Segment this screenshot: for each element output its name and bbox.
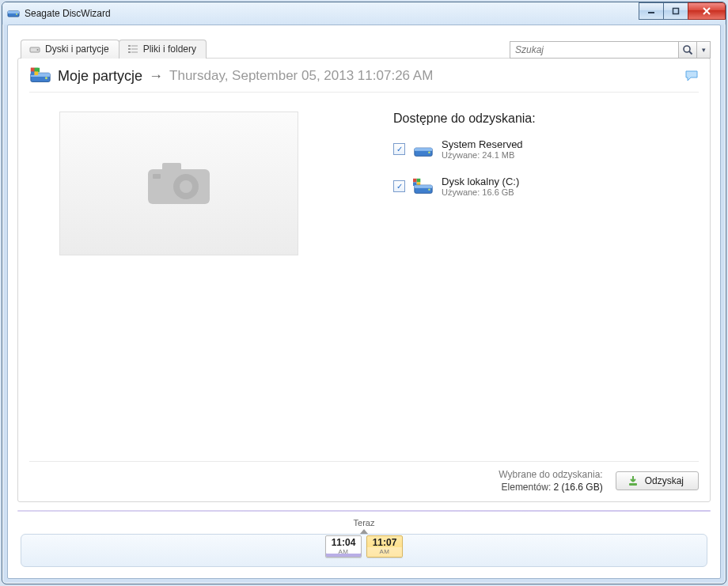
- client-area: Dyski i partycje Pliki i foldery: [7, 25, 721, 579]
- svg-rect-23: [31, 71, 35, 75]
- timeline-now-label: Teraz: [354, 518, 375, 527]
- minimize-button[interactable]: [639, 2, 664, 20]
- svg-rect-31: [415, 148, 432, 151]
- panel-footer: Wybrane do odzyskania: Elementów: 2 (16.…: [29, 461, 699, 493]
- svg-rect-34: [417, 178, 421, 182]
- search-button[interactable]: [678, 41, 697, 59]
- search-input[interactable]: [510, 41, 678, 59]
- svg-rect-1: [8, 11, 19, 13]
- partition-used: Używane: 24.1 MB: [442, 150, 523, 160]
- maximize-button[interactable]: [663, 2, 688, 20]
- timeline-point[interactable]: 11:07AM: [366, 535, 403, 558]
- backup-thumbnail[interactable]: [59, 112, 298, 255]
- partition-row: ✓System ReservedUżywane: 24.1 MB: [393, 138, 536, 160]
- svg-rect-12: [131, 51, 138, 53]
- svg-rect-3: [648, 12, 654, 13]
- search-dropdown-button[interactable]: ▾: [697, 41, 711, 59]
- partition-name: System Reserved: [442, 138, 523, 150]
- svg-line-14: [689, 51, 692, 55]
- comment-icon[interactable]: [684, 70, 699, 82]
- timeline-point[interactable]: 11:04AM: [325, 535, 362, 558]
- panel-header: Moje partycje → Thursday, September 05, …: [29, 66, 699, 93]
- search-box: ▾: [510, 41, 711, 59]
- elements-size: (16.6 GB): [562, 482, 603, 493]
- recover-button[interactable]: Odzyskaj: [616, 471, 699, 490]
- svg-rect-11: [128, 51, 131, 53]
- svg-rect-9: [128, 48, 131, 50]
- recoverable-list: Dostępne do odzyskania: ✓System Reserved…: [393, 112, 536, 461]
- title-bar: Seagate DiscWizard: [2, 2, 726, 25]
- partition-checkbox[interactable]: ✓: [393, 180, 405, 192]
- timeline-point-period: AM: [326, 547, 361, 557]
- svg-point-2: [16, 13, 17, 15]
- svg-rect-21: [31, 68, 35, 72]
- recover-icon: [628, 475, 639, 486]
- search-icon: [682, 44, 693, 55]
- partition-row: ✓Dysk lokalny (C:)Używane: 16.6 GB: [393, 176, 536, 197]
- partition-text: Dysk lokalny (C:)Używane: 16.6 GB: [442, 176, 519, 197]
- backup-panel: Moje partycje → Thursday, September 05, …: [17, 58, 711, 502]
- camera-icon: [143, 158, 214, 209]
- elements-label: Elementów:: [502, 482, 552, 493]
- svg-rect-10: [131, 48, 138, 50]
- window-buttons: [639, 2, 726, 20]
- elements-count: 2: [554, 482, 559, 493]
- disk-icon: [29, 44, 40, 54]
- svg-rect-29: [153, 174, 161, 179]
- svg-rect-40: [629, 483, 637, 486]
- tab-label: Pliki i foldery: [143, 43, 196, 55]
- svg-point-17: [45, 77, 47, 79]
- app-icon: [7, 7, 20, 20]
- svg-rect-7: [128, 45, 131, 47]
- drive-icon: [413, 142, 434, 157]
- partition-name: Dysk lokalny (C:): [442, 176, 519, 187]
- list-icon: [127, 44, 138, 54]
- svg-rect-33: [413, 178, 417, 182]
- drive-icon: [29, 66, 51, 85]
- tab-disks-partitions[interactable]: Dyski i partycje: [21, 40, 119, 59]
- svg-rect-8: [131, 45, 138, 47]
- partition-text: System ReservedUżywane: 24.1 MB: [442, 138, 523, 160]
- close-button[interactable]: [688, 2, 726, 20]
- drive-windows-icon: [413, 179, 434, 195]
- svg-point-39: [428, 188, 430, 191]
- svg-rect-26: [162, 163, 181, 171]
- timeline-points: 11:04AM11:07AM: [325, 535, 403, 558]
- recover-button-label: Odzyskaj: [645, 475, 684, 486]
- svg-point-32: [428, 151, 430, 153]
- svg-point-28: [180, 180, 192, 193]
- backup-timestamp: Thursday, September 05, 2013 11:07:26 AM: [169, 68, 433, 84]
- svg-rect-38: [415, 185, 432, 188]
- tab-files-folders[interactable]: Pliki i foldery: [119, 40, 207, 59]
- svg-point-6: [37, 49, 39, 51]
- arrow-right-icon: →: [149, 68, 163, 85]
- tab-label: Dyski i partycje: [45, 43, 109, 55]
- window-title: Seagate DiscWizard: [25, 8, 111, 19]
- svg-rect-22: [35, 68, 39, 72]
- selection-summary: Wybrane do odzyskania: Elementów: 2 (16.…: [499, 468, 602, 493]
- svg-rect-4: [673, 9, 679, 14]
- tab-strip: Dyski i partycje Pliki i foldery: [21, 40, 206, 59]
- window-frame: Seagate DiscWizard: [2, 2, 726, 584]
- svg-point-13: [684, 46, 690, 52]
- timeline-point-time: 11:07: [367, 538, 402, 547]
- backup-name: Moje partycje: [58, 68, 142, 85]
- timeline-point-time: 11:04: [326, 538, 361, 547]
- partition-checkbox[interactable]: ✓: [393, 143, 405, 155]
- recoverable-heading: Dostępne do odzyskania:: [393, 112, 536, 126]
- top-toolbar: Dyski i partycje Pliki i foldery: [17, 33, 711, 59]
- partition-used: Używane: 16.6 GB: [442, 187, 519, 197]
- selected-label: Wybrane do odzyskania:: [499, 468, 602, 481]
- timeline-point-period: AM: [367, 547, 402, 557]
- panel-body: Dostępne do odzyskania: ✓System Reserved…: [29, 93, 699, 461]
- svg-rect-24: [35, 71, 39, 75]
- timeline: Teraz 11:04AM11:07AM: [17, 518, 711, 569]
- chevron-down-icon: ▾: [702, 46, 706, 54]
- divider: [17, 510, 711, 512]
